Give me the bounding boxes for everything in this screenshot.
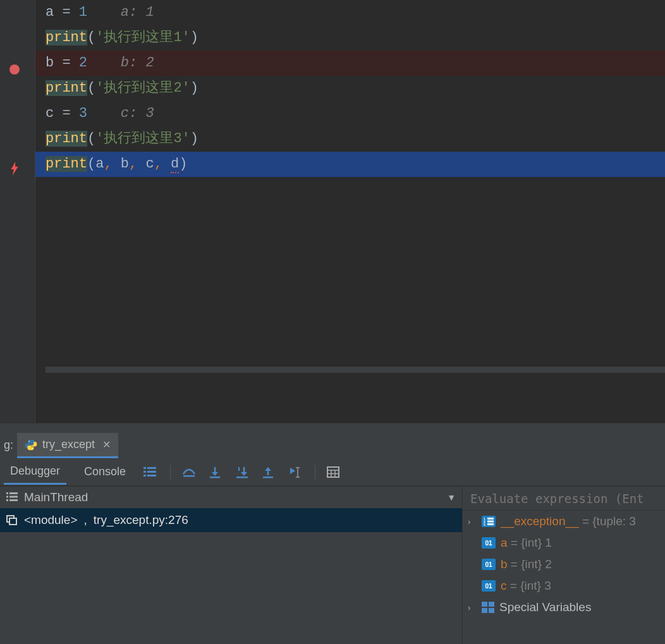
svg-rect-30 [9, 492, 18, 494]
svg-marker-15 [241, 472, 247, 476]
svg-marker-11 [212, 472, 218, 476]
frames-pane: MainThread ▼ <module>, try_except.py:276 [0, 487, 463, 644]
horizontal-scrollbar[interactable] [46, 367, 665, 373]
svg-rect-33 [6, 499, 8, 501]
variable-row[interactable]: 01b = {int} 2 [463, 554, 665, 575]
svg-rect-3 [143, 467, 146, 469]
step-out-icon[interactable] [262, 466, 277, 478]
svg-rect-41 [487, 521, 494, 523]
svg-rect-43 [482, 602, 487, 607]
svg-rect-19 [263, 477, 273, 478]
svg-rect-42 [487, 523, 494, 525]
lightning-icon [9, 162, 20, 176]
expand-chevron-icon[interactable]: › [468, 517, 477, 526]
svg-rect-8 [147, 475, 156, 477]
svg-rect-7 [143, 475, 146, 477]
svg-point-2 [32, 447, 34, 449]
run-configuration-tab[interactable]: try_except ✕ [17, 433, 118, 458]
breakpoint-marker[interactable] [9, 64, 20, 75]
step-into-icon[interactable] [209, 466, 224, 478]
variable-value: = {int} 3 [507, 579, 551, 592]
debug-panel: g: try_except ✕ Debugger Console [0, 423, 665, 644]
frame-icon [6, 515, 18, 525]
svg-point-1 [28, 440, 30, 442]
svg-marker-0 [11, 162, 18, 176]
variable-value: = {int} 1 [508, 536, 552, 549]
int-icon: 01 [482, 559, 496, 570]
python-icon [25, 439, 37, 451]
svg-marker-20 [290, 468, 295, 474]
evaluate-expression-input[interactable] [463, 487, 665, 511]
svg-rect-32 [9, 496, 18, 498]
svg-rect-4 [147, 467, 156, 469]
editor-area: a = 1 a: 1print('执行到这里1')b = 2 b: 2print… [0, 0, 665, 423]
separator [315, 465, 315, 479]
editor-gutter[interactable] [0, 0, 35, 423]
step-into-my-code-icon[interactable] [235, 466, 250, 478]
code-area[interactable]: a = 1 a: 1print('执行到这里1')b = 2 b: 2print… [35, 0, 665, 423]
thread-selector[interactable]: MainThread ▼ [0, 487, 462, 508]
svg-rect-6 [147, 471, 156, 473]
svg-rect-16 [236, 477, 248, 478]
svg-rect-44 [489, 602, 494, 607]
code-line[interactable]: print('执行到这里3') [35, 126, 665, 152]
variable-name: c [501, 579, 507, 592]
close-icon[interactable]: ✕ [102, 439, 111, 451]
svg-rect-45 [482, 608, 487, 613]
tab-console[interactable]: Console [78, 460, 132, 483]
threads-icon[interactable] [143, 466, 159, 478]
svg-rect-12 [210, 477, 220, 478]
int-icon: 01 [482, 580, 496, 592]
thread-name: MainThread [24, 490, 88, 504]
run-tab-bar: g: try_except ✕ [0, 423, 665, 458]
tab-bar-prefix: g: [4, 439, 17, 458]
thread-icon [6, 492, 18, 502]
svg-rect-29 [6, 492, 8, 494]
code-line[interactable]: print(a, b, c, d) [35, 152, 665, 177]
debug-toolbar: Debugger Console [0, 458, 665, 486]
run-tab-label: try_except [42, 438, 95, 451]
breakpoint-icon [9, 64, 20, 75]
variable-row[interactable]: ›123__exception__ = {tuple: 3 [463, 511, 665, 532]
code-line[interactable]: a = 1 a: 1 [35, 0, 665, 25]
variable-name: __exception__ [501, 514, 579, 528]
svg-rect-40 [487, 518, 494, 519]
debug-body: MainThread ▼ <module>, try_except.py:276… [0, 486, 665, 644]
variable-name: b [501, 557, 508, 571]
run-to-cursor-icon[interactable] [288, 466, 303, 478]
group-icon [482, 602, 494, 613]
chevron-down-icon: ▼ [447, 492, 456, 502]
frame-module: <module> [24, 513, 78, 527]
svg-rect-24 [327, 467, 339, 477]
variable-row[interactable]: 01a = {int} 1 [463, 532, 665, 554]
step-over-icon[interactable] [182, 466, 197, 478]
svg-rect-46 [489, 608, 494, 613]
svg-text:3: 3 [484, 523, 485, 526]
expand-chevron-icon[interactable]: › [468, 603, 477, 612]
int-icon: 01 [482, 537, 496, 549]
variables-pane: ›123__exception__ = {tuple: 301a = {int}… [463, 487, 665, 644]
variable-value: = {tuple: 3 [579, 514, 636, 528]
tab-debugger[interactable]: Debugger [4, 459, 66, 485]
svg-rect-34 [9, 499, 18, 501]
code-line[interactable]: print('执行到这里2') [35, 76, 665, 101]
svg-rect-36 [9, 518, 16, 525]
svg-rect-9 [183, 475, 195, 477]
variable-row[interactable]: 01c = {int} 3 [463, 575, 665, 597]
tuple-icon: 123 [482, 516, 496, 527]
evaluate-expression-icon[interactable] [327, 466, 342, 478]
code-line[interactable]: b = 2 b: 2 [35, 51, 665, 76]
variable-name: a [501, 536, 508, 549]
separator [170, 465, 171, 479]
variables-tree: ›123__exception__ = {tuple: 301a = {int}… [463, 511, 665, 618]
stack-frame-row[interactable]: <module>, try_except.py:276 [0, 508, 462, 532]
frame-location: try_except.py:276 [94, 513, 188, 527]
code-line[interactable]: print('执行到这里1') [35, 25, 665, 51]
variable-row[interactable]: ›Special Variables [463, 597, 665, 618]
code-line[interactable]: c = 3 c: 3 [35, 101, 665, 126]
variable-name: Special Variables [499, 600, 591, 614]
exception-marker[interactable] [9, 163, 20, 174]
svg-rect-31 [6, 496, 8, 498]
svg-rect-5 [143, 471, 146, 473]
variable-value: = {int} 2 [508, 557, 552, 571]
